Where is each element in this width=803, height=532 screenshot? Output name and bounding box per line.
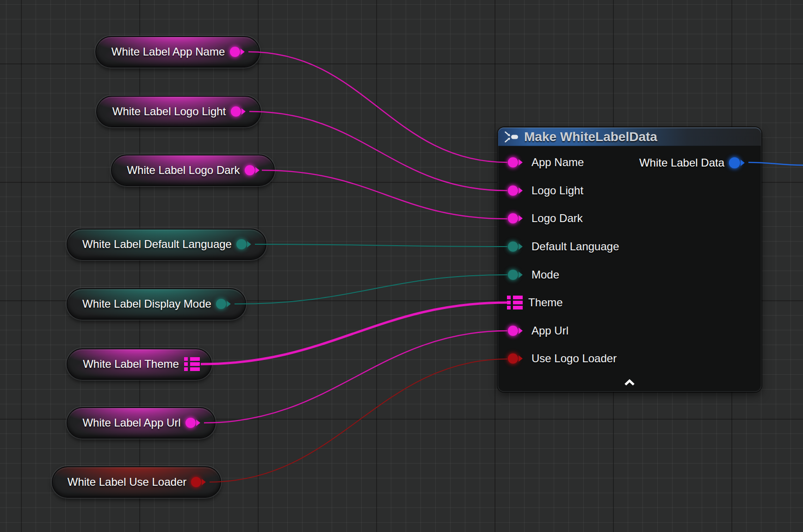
pin-wedge-icon — [519, 272, 526, 278]
pin-circle-icon — [185, 418, 196, 428]
blueprint-graph-canvas[interactable]: White Label App Name White Label Logo Li… — [0, 0, 803, 532]
pin-circle-icon — [508, 213, 518, 223]
struct-input-pin[interactable] — [507, 296, 523, 309]
variable-node-label: White Label Display Mode — [81, 297, 212, 310]
make-node-header[interactable]: Make WhiteLabelData — [498, 128, 761, 146]
pin-wedge-icon — [741, 160, 748, 166]
string-input-pin[interactable] — [508, 186, 526, 196]
variable-node-label: White Label Theme — [81, 358, 180, 371]
variable-node-label: White Label App Name — [110, 45, 226, 58]
pin-circle-icon — [508, 157, 518, 167]
pin-wedge-icon — [255, 167, 263, 173]
wire-display-mode[interactable] — [235, 275, 507, 304]
input-pin-row-logo-dark[interactable]: Logo Dark — [498, 204, 761, 233]
pin-circle-icon — [508, 270, 518, 280]
make-struct-icon — [505, 131, 519, 142]
input-pin-list: App Name Logo Light Logo Dark Default La… — [498, 148, 761, 373]
pin-circle-icon — [191, 477, 201, 487]
variable-node-white-label-default-language[interactable]: White Label Default Language — [67, 229, 266, 260]
pin-label: Logo Light — [531, 184, 583, 197]
make-struct-node[interactable]: Make WhiteLabelData App Name Logo Light … — [498, 127, 761, 392]
pin-wedge-icon — [519, 215, 526, 222]
wire-app-url[interactable] — [204, 331, 507, 423]
output-pin-row-white-label-data[interactable]: White Label Data — [639, 155, 748, 171]
pin-label: App Name — [531, 156, 584, 169]
struct-pin-icon — [507, 296, 523, 309]
input-pin-row-mode[interactable]: Mode — [498, 260, 761, 289]
variable-node-label: White Label Default Language — [81, 238, 233, 251]
variable-node-white-label-use-loader[interactable]: White Label Use Loader — [52, 466, 221, 498]
wire-use-loader[interactable] — [210, 359, 507, 482]
pin-circle-icon — [216, 299, 226, 309]
pin-wedge-icon — [227, 301, 234, 307]
wire-default-language[interactable] — [255, 244, 507, 247]
pin-circle-icon — [230, 47, 240, 57]
variable-node-white-label-theme[interactable]: White Label Theme — [67, 348, 212, 380]
pin-wedge-icon — [519, 355, 526, 362]
variable-node-label: White Label Logo Light — [111, 105, 227, 118]
enum-output-pin[interactable] — [216, 299, 234, 309]
pin-circle-icon — [231, 106, 241, 117]
pin-circle-icon — [508, 326, 518, 336]
pin-wedge-icon — [519, 328, 526, 334]
make-node-title: Make WhiteLabelData — [524, 130, 657, 144]
variable-node-white-label-display-mode[interactable]: White Label Display Mode — [67, 288, 246, 320]
pin-circle-icon — [236, 239, 247, 249]
enum-input-pin[interactable] — [508, 241, 526, 252]
struct-output-pin[interactable] — [184, 357, 200, 371]
wire-logo-dark[interactable] — [262, 170, 507, 219]
enum-input-pin[interactable] — [508, 270, 526, 280]
pin-wedge-icon — [241, 49, 248, 55]
string-input-pin[interactable] — [508, 326, 526, 336]
string-output-pin[interactable] — [185, 418, 204, 428]
pin-wedge-icon — [519, 159, 526, 166]
pin-circle-icon — [245, 165, 255, 175]
bool-input-pin[interactable] — [508, 353, 526, 364]
input-pin-row-theme[interactable]: Theme — [498, 289, 761, 317]
variable-node-white-label-app-url[interactable]: White Label App Url — [67, 407, 216, 439]
bool-output-pin[interactable] — [191, 477, 209, 487]
pin-circle-icon — [729, 157, 740, 168]
string-input-pin[interactable] — [508, 157, 526, 167]
pin-label: Default Language — [531, 240, 619, 253]
pin-wedge-icon — [241, 108, 249, 115]
wire-logo-light[interactable] — [249, 111, 507, 191]
pin-wedge-icon — [196, 420, 204, 426]
pin-label: Logo Dark — [531, 212, 583, 225]
variable-node-white-label-logo-light[interactable]: White Label Logo Light — [96, 96, 261, 127]
variable-node-label: White Label Logo Dark — [126, 164, 241, 177]
struct-output-pin[interactable] — [729, 157, 748, 168]
pin-circle-icon — [508, 186, 518, 196]
pin-label: App Url — [531, 324, 568, 337]
pin-wedge-icon — [519, 187, 526, 194]
variable-node-white-label-app-name[interactable]: White Label App Name — [95, 36, 260, 68]
wire-theme[interactable] — [201, 303, 507, 364]
input-pin-row-app-url[interactable]: App Url — [498, 317, 761, 345]
pin-label: Mode — [531, 268, 559, 281]
input-pin-row-logo-light[interactable]: Logo Light — [498, 177, 761, 205]
enum-output-pin[interactable] — [236, 239, 254, 249]
input-pin-row-use-logo-loader[interactable]: Use Logo Loader — [498, 345, 761, 373]
chevron-up-icon — [622, 378, 637, 387]
string-output-pin[interactable] — [231, 106, 249, 117]
string-input-pin[interactable] — [508, 213, 526, 223]
string-output-pin[interactable] — [245, 165, 263, 175]
pin-label: Theme — [528, 296, 563, 309]
struct-pin-icon — [184, 357, 200, 371]
pin-wedge-icon — [247, 241, 254, 247]
pin-wedge-icon — [519, 243, 526, 250]
pin-circle-icon — [508, 353, 518, 364]
variable-node-label: White Label Use Loader — [67, 476, 187, 489]
pin-wedge-icon — [202, 479, 209, 485]
input-pin-row-default-language[interactable]: Default Language — [498, 233, 761, 261]
variable-node-label: White Label App Url — [81, 416, 182, 429]
string-output-pin[interactable] — [230, 47, 248, 57]
wire-app-name[interactable] — [248, 52, 507, 162]
pin-label: Use Logo Loader — [531, 352, 617, 365]
pin-circle-icon — [508, 241, 518, 252]
collapse-pins-button[interactable] — [619, 377, 640, 389]
pin-label: White Label Data — [639, 156, 724, 169]
variable-node-white-label-logo-dark[interactable]: White Label Logo Dark — [111, 155, 275, 186]
